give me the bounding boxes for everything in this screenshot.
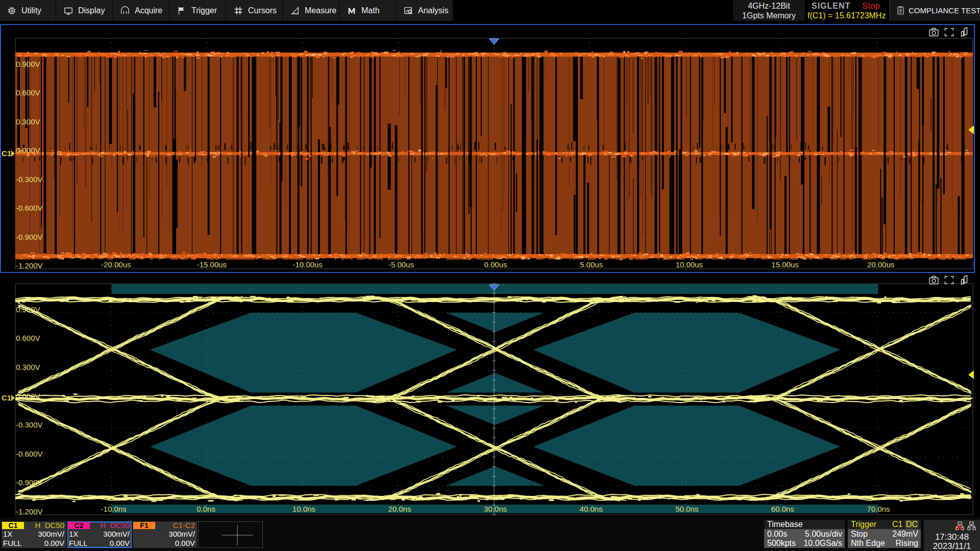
svg-text:0.0ns: 0.0ns bbox=[197, 505, 215, 513]
svg-text:15.00us: 15.00us bbox=[771, 260, 798, 269]
svg-text:-0.600V: -0.600V bbox=[16, 449, 43, 458]
svg-text:-5.00us: -5.00us bbox=[388, 260, 414, 269]
svg-text:60.0ns: 60.0ns bbox=[771, 505, 794, 513]
svg-text:0.300V: 0.300V bbox=[16, 117, 40, 126]
svg-text:-0.300V: -0.300V bbox=[16, 175, 43, 184]
svg-text:70.0ns: 70.0ns bbox=[867, 505, 890, 513]
svg-text:0.00us: 0.00us bbox=[484, 260, 507, 269]
svg-text:-10.0ns: -10.0ns bbox=[101, 505, 127, 513]
svg-text:0.900V: 0.900V bbox=[16, 60, 40, 68]
svg-text:10.00us: 10.00us bbox=[676, 260, 703, 269]
svg-text:-0.900V: -0.900V bbox=[16, 233, 43, 241]
svg-text:10.0ns: 10.0ns bbox=[292, 505, 315, 513]
svg-text:C1: C1 bbox=[2, 149, 11, 158]
svg-text:-0.300V: -0.300V bbox=[16, 420, 43, 429]
svg-text:50.0ns: 50.0ns bbox=[675, 505, 698, 513]
svg-text:20.00us: 20.00us bbox=[867, 260, 894, 269]
svg-text:0.000V: 0.000V bbox=[16, 146, 40, 155]
svg-text:-15.00us: -15.00us bbox=[197, 260, 227, 269]
svg-text:-20.00us: -20.00us bbox=[101, 260, 131, 269]
svg-text:40.0ns: 40.0ns bbox=[580, 505, 603, 513]
svg-text:30.0ns: 30.0ns bbox=[484, 505, 507, 513]
svg-text:0.300V: 0.300V bbox=[16, 363, 40, 371]
svg-text:-0.600V: -0.600V bbox=[16, 204, 43, 212]
svg-text:-1.200V: -1.200V bbox=[16, 261, 43, 270]
svg-text:0.600V: 0.600V bbox=[16, 334, 40, 342]
svg-text:0.600V: 0.600V bbox=[16, 88, 40, 97]
svg-text:-1.200V: -1.200V bbox=[16, 507, 43, 516]
svg-text:C1: C1 bbox=[2, 393, 11, 402]
svg-text:-10.00us: -10.00us bbox=[292, 260, 322, 269]
svg-text:5.00us: 5.00us bbox=[580, 260, 603, 269]
svg-text:20.0ns: 20.0ns bbox=[388, 505, 411, 513]
